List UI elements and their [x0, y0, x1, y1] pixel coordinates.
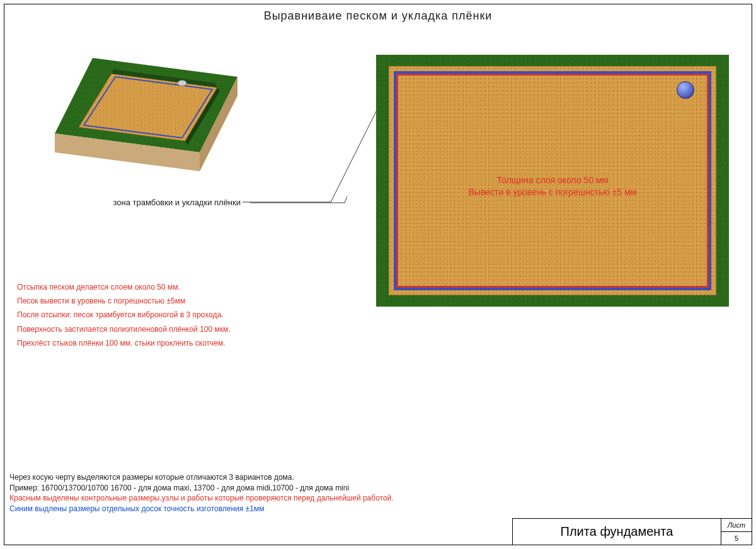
plan-view: Толщина слоя около 50 мм Вывести в урове… — [376, 55, 729, 307]
leader-label: зона трамбовки и укладки плёнки — [113, 198, 241, 207]
red-instr-2: После отсыпки: песок трамбуется виброног… — [17, 308, 231, 322]
pipe-iso — [178, 81, 186, 86]
bottom-note-3: Красным выделены контрольные размеры,узл… — [9, 493, 394, 504]
page-title: Выравниваие песком и укладка плёнки — [4, 9, 752, 23]
isometric-view — [42, 45, 269, 196]
red-instr-1: Песок вывести в уровень с погрешностью ±… — [17, 294, 231, 308]
sand-surface — [389, 66, 716, 295]
sheet-number: 5 — [721, 532, 752, 545]
red-instr-3: Поверхность застилается полиэтиленовой п… — [17, 322, 231, 336]
red-instr-0: Отсыпка песком делается слоем около 50 м… — [17, 280, 231, 294]
titleblock-main: Плита фундамента — [512, 518, 721, 545]
leader-line — [250, 196, 395, 222]
sheet-label: Лист — [721, 519, 752, 532]
bottom-notes: Через косую черту выделяются размеры кот… — [9, 472, 394, 514]
title-block: Плита фундамента Лист 5 — [512, 518, 752, 545]
bottom-note-1: Через косую черту выделяются размеры кот… — [9, 472, 394, 483]
red-instruction-list: Отсыпка песком делается слоем около 50 м… — [17, 280, 231, 350]
bottom-note-2: Пример: 16700/13700/10700 16700 - для до… — [9, 483, 394, 494]
red-instr-4: Прехлёст стыков плёнки 100 мм. стыки про… — [17, 336, 231, 350]
pipe-circle-icon — [677, 81, 694, 99]
iso-svg — [42, 45, 269, 196]
drawing-sheet: Выравниваие песком и укладка плёнки — [4, 4, 752, 545]
bottom-note-4: Синим выдлены размеры отдельных досок то… — [9, 504, 394, 514]
titleblock-side: Лист 5 — [721, 518, 752, 545]
